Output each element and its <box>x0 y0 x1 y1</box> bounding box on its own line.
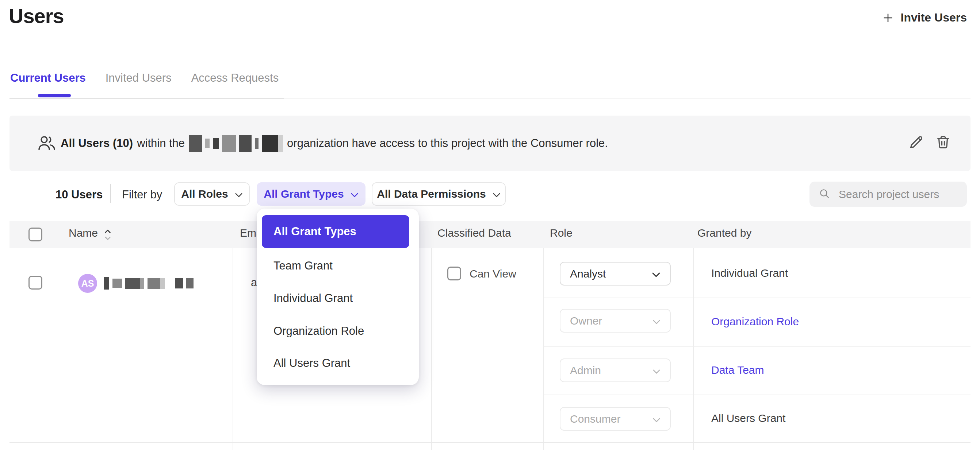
edit-pencil-icon[interactable] <box>908 134 924 151</box>
search-project-users <box>810 182 967 207</box>
granted-by-data-team-link[interactable]: Data Team <box>711 364 764 376</box>
users-page: Users Invite Users Current Users Invited… <box>0 0 980 450</box>
banner-message: All Users (10) within the organization h… <box>60 116 608 171</box>
granted-by-all-users-grant: All Users Grant <box>711 412 785 425</box>
column-divider <box>543 248 544 450</box>
column-header-classified-data[interactable]: Classified Data <box>438 227 511 239</box>
chevron-down-icon <box>652 413 660 425</box>
role-select-admin: Admin <box>560 358 671 382</box>
avatar: AS <box>78 274 97 293</box>
banner-pre-text: within the <box>137 137 185 150</box>
menu-item-all-grant-types[interactable]: All Grant Types <box>262 215 409 248</box>
filter-all-grant-types-label: All Grant Types <box>264 188 344 200</box>
role-select-value: Analyst <box>570 268 606 280</box>
user-row-divider <box>10 442 970 443</box>
menu-item-team-grant[interactable]: Team Grant <box>274 259 332 273</box>
email-cell: a <box>251 276 257 289</box>
banner-post-text: organization have access to this project… <box>287 137 608 150</box>
plus-icon <box>882 12 894 24</box>
tab-bar: Current Users Invited Users Access Reque… <box>10 71 278 85</box>
filter-all-roles[interactable]: All Roles <box>174 182 250 206</box>
tab-current-users[interactable]: Current Users <box>10 71 86 85</box>
grant-row-divider <box>543 347 970 347</box>
chevron-down-icon <box>350 188 358 200</box>
column-header-role[interactable]: Role <box>550 227 573 239</box>
chevron-down-icon <box>235 188 243 200</box>
sort-icon[interactable] <box>103 228 113 243</box>
menu-item-organization-role[interactable]: Organization Role <box>274 325 364 338</box>
all-users-banner: All Users (10) within the organization h… <box>10 116 970 171</box>
banner-bold-text: All Users (10) <box>60 137 133 150</box>
role-select-consumer: Consumer <box>560 407 671 431</box>
filter-by-label: Filter by <box>122 188 162 201</box>
org-name-redaction <box>189 135 283 152</box>
granted-by-individual-grant: Individual Grant <box>711 267 788 279</box>
role-select-value: Owner <box>570 315 602 327</box>
column-header-name[interactable]: Name <box>68 227 98 239</box>
search-icon <box>818 187 830 201</box>
column-divider <box>232 248 233 450</box>
page-title: Users <box>9 3 64 29</box>
user-name-redaction <box>104 277 194 290</box>
can-view-label: Can View <box>469 268 516 280</box>
chevron-down-icon <box>493 188 501 200</box>
grant-row-divider <box>543 395 970 395</box>
filter-all-data-permissions-label: All Data Permissions <box>377 188 485 200</box>
active-tab-underline <box>38 94 71 97</box>
menu-item-all-users-grant[interactable]: All Users Grant <box>274 357 350 370</box>
filter-all-grant-types[interactable]: All Grant Types <box>257 182 366 206</box>
filter-divider <box>110 184 111 203</box>
select-all-checkbox[interactable] <box>29 228 42 241</box>
granted-by-organization-role-link[interactable]: Organization Role <box>711 315 799 328</box>
tabs-group-divider <box>10 98 284 99</box>
chevron-down-icon <box>652 364 660 377</box>
grant-type-dropdown-menu: All Grant Types Team Grant Individual Gr… <box>257 209 419 385</box>
filter-all-roles-label: All Roles <box>181 188 228 200</box>
menu-item-individual-grant[interactable]: Individual Grant <box>274 292 353 305</box>
chevron-down-icon <box>652 315 660 327</box>
delete-trash-icon[interactable] <box>935 134 951 151</box>
people-icon <box>37 133 57 155</box>
filter-all-data-permissions[interactable]: All Data Permissions <box>372 182 506 206</box>
tab-access-requests[interactable]: Access Requests <box>191 71 279 85</box>
chevron-down-icon <box>652 268 660 280</box>
column-divider <box>431 248 432 450</box>
row-checkbox[interactable] <box>29 276 42 290</box>
role-select-value: Consumer <box>570 413 620 425</box>
invite-users-label: Invite Users <box>901 11 967 24</box>
column-header-granted-by[interactable]: Granted by <box>697 227 751 239</box>
tab-invited-users[interactable]: Invited Users <box>105 71 172 85</box>
role-select-value: Admin <box>570 364 601 377</box>
can-view-checkbox[interactable] <box>447 266 461 280</box>
user-count: 10 Users <box>56 188 103 201</box>
role-select-owner: Owner <box>560 309 671 333</box>
grant-row-divider <box>543 298 970 298</box>
role-select-analyst[interactable]: Analyst <box>560 262 671 285</box>
column-divider <box>693 248 694 450</box>
search-input[interactable] <box>838 188 958 201</box>
invite-users-button[interactable]: Invite Users <box>882 11 967 24</box>
